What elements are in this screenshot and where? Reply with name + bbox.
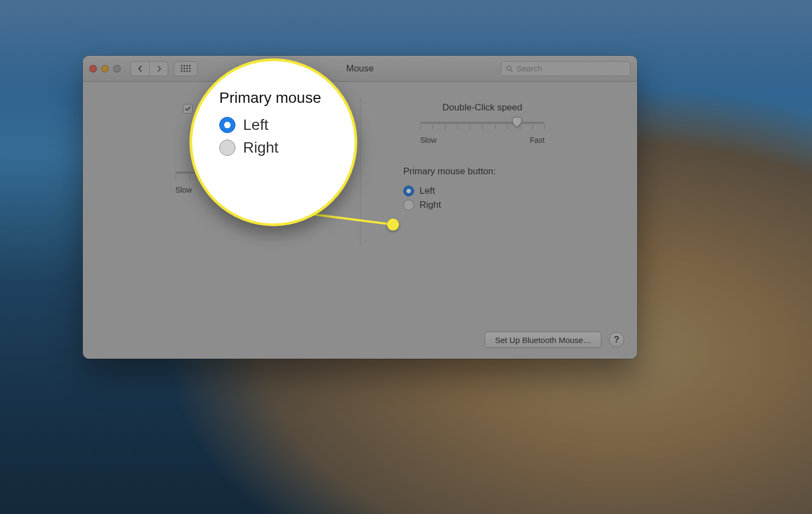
- chevron-right-icon: [156, 65, 162, 72]
- primary-mouse-button-label: Primary mouse button:: [403, 166, 496, 177]
- close-window-button[interactable]: [89, 65, 97, 73]
- window-controls: [89, 65, 121, 73]
- chevron-left-icon: [137, 65, 143, 72]
- footer: Set Up Bluetooth Mouse… ?: [484, 332, 624, 348]
- checkmark-icon: [185, 106, 191, 112]
- setup-bluetooth-mouse-label: Set Up Bluetooth Mouse…: [495, 335, 591, 345]
- callout-magnifier: Primary mouse Left Right: [189, 58, 357, 226]
- doubleclick-speed-thumb[interactable]: [512, 116, 522, 128]
- nav-group: [130, 61, 168, 76]
- search-input[interactable]: [516, 64, 626, 73]
- search-icon: [506, 65, 513, 73]
- doubleclick-speed-label: Double-Click speed: [442, 102, 522, 113]
- help-button[interactable]: ?: [609, 332, 624, 347]
- mouse-preferences-window: Mouse Scroll direction: Natural Tracking…: [83, 56, 637, 359]
- doubleclick-speed-slider[interactable]: Slow Fast: [420, 122, 545, 144]
- primary-right-label: Right: [420, 200, 441, 210]
- tracking-slow-label: Slow: [175, 186, 192, 194]
- primary-left-label: Left: [420, 186, 435, 196]
- callout-left-label: Left: [243, 116, 269, 134]
- radio-unselected-icon: [403, 200, 414, 210]
- callout-left-option: Left: [219, 116, 355, 134]
- back-button[interactable]: [131, 62, 149, 76]
- help-icon: ?: [614, 334, 619, 345]
- primary-mouse-button-group: Left Right: [403, 186, 441, 214]
- radio-selected-icon: [219, 117, 235, 133]
- doubleclick-slow-label: Slow: [420, 136, 436, 144]
- callout-title: Primary mouse: [219, 89, 355, 107]
- zoom-window-button[interactable]: [113, 65, 121, 73]
- grid-icon: [181, 65, 191, 72]
- search-field-wrap[interactable]: [501, 61, 631, 76]
- forward-button[interactable]: [149, 62, 168, 76]
- window-body: Scroll direction: Natural Tracking speed…: [83, 82, 637, 359]
- callout-right-option: Right: [219, 139, 355, 156]
- right-column: Double-Click speed Slow Fast Primary mou…: [360, 98, 605, 310]
- titlebar: Mouse: [83, 56, 637, 82]
- radio-unselected-icon: [219, 140, 235, 156]
- radio-selected-icon: [403, 186, 414, 196]
- scroll-direction-checkbox[interactable]: [183, 104, 193, 114]
- svg-line-1: [510, 70, 512, 71]
- callout-right-label: Right: [243, 139, 278, 156]
- doubleclick-fast-label: Fast: [530, 136, 545, 144]
- show-all-prefs-button[interactable]: [174, 61, 198, 76]
- primary-right-option[interactable]: Right: [403, 200, 441, 210]
- setup-bluetooth-mouse-button[interactable]: Set Up Bluetooth Mouse…: [484, 332, 601, 348]
- primary-left-option[interactable]: Left: [403, 186, 441, 196]
- callout-indicator-dot: [387, 219, 399, 230]
- minimize-window-button[interactable]: [101, 65, 109, 73]
